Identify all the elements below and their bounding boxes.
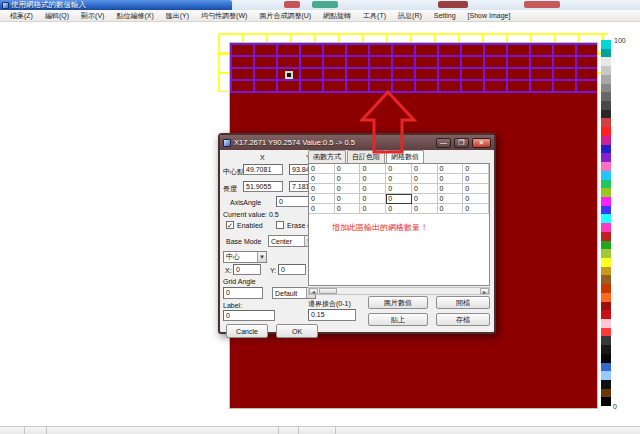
y-offset-field[interactable]: 0 [278,264,306,275]
table-cell[interactable]: 0 [335,194,361,204]
status-bar [0,426,640,434]
color-scale-segment [601,284,611,293]
save-file-button[interactable]: 存檔 [436,313,490,326]
table-cell[interactable]: 0 [360,194,386,204]
window-titlebar[interactable]: 使用網格式的數值輸入 [0,0,232,10]
label-field[interactable]: 0 [223,310,275,321]
menu-item-5[interactable]: 均勻性調整(W) [195,10,253,22]
menu-item-4[interactable]: 匯出(Y) [160,10,195,22]
close-button[interactable]: ✕ [472,138,491,148]
center-x-field[interactable]: 49.7081 [243,164,283,175]
table-row: 0000000 [309,194,489,204]
menu-item-7[interactable]: 網點旋轉 [317,10,357,22]
table-cell[interactable]: 0 [360,164,386,174]
length-x-field[interactable]: 51.9055 [243,181,283,192]
x-offset-field[interactable]: 0 [233,264,261,275]
table-cell[interactable]: 0 [438,204,464,214]
menu-item-11[interactable]: [Show Image] [462,10,517,22]
maximize-button[interactable]: ❐ [454,138,469,148]
scrollbar-thumb[interactable] [319,288,337,294]
table-cell[interactable]: 0 [309,184,335,194]
color-scale-segment [601,145,611,154]
menu-item-0[interactable]: 檔案(Z) [4,10,39,22]
menu-item-9[interactable]: 訊息(R) [392,10,428,22]
app-icon [2,2,9,9]
scrollbar-track[interactable] [337,288,480,294]
table-cell[interactable]: 0 [463,194,489,204]
enabled-checkbox-box[interactable]: ✓ [226,221,234,229]
boundary-field[interactable]: 0.15 [308,309,356,321]
table-cell[interactable]: 0 [360,204,386,214]
table-cell[interactable]: 0 [309,164,335,174]
scale-max-label: 100 [614,37,626,44]
cancel-button[interactable]: Cancle [226,324,268,338]
table-cell[interactable]: 0 [412,174,438,184]
color-scale-segment [601,206,611,215]
paste-button[interactable]: 貼上 [368,313,428,326]
table-cell[interactable]: 0 [309,174,335,184]
table-cell[interactable]: 0 [412,164,438,174]
table-cell[interactable]: 0 [335,164,361,174]
grid-cursor-marker[interactable] [285,71,293,79]
horizontal-scrollbar[interactable]: ◄ ► [308,287,490,295]
x-offset-label: X: [225,267,232,274]
scroll-left-icon[interactable]: ◄ [309,288,318,294]
table-cell[interactable]: 0 [463,174,489,184]
table-cell[interactable]: 0 [463,204,489,214]
menu-item-8[interactable]: 工具(T) [357,10,392,22]
table-cell[interactable]: 0 [386,194,412,204]
table-cell[interactable]: 0 [438,194,464,204]
color-scale-segment [601,371,611,380]
table-cell[interactable]: 0 [360,174,386,184]
table-cell[interactable]: 0 [438,184,464,194]
color-scale-segment [601,380,611,389]
color-scale-segment [601,336,611,345]
color-scale-segment [601,118,611,127]
tab-0[interactable]: 函數方式 [308,150,346,163]
menu-bar: 檔案(Z)編輯(Q)顯示(V)點位編修(X)匯出(Y)均勻性調整(W)圖片合成調… [0,10,640,22]
table-cell[interactable]: 0 [412,204,438,214]
image-values-button[interactable]: 圖片數值 [368,296,428,309]
table-cell[interactable]: 0 [463,164,489,174]
open-file-button[interactable]: 開檔 [436,296,490,309]
table-cell[interactable]: 0 [463,184,489,194]
table-cell[interactable]: 0 [360,184,386,194]
grid-angle-field[interactable]: 0 [223,287,263,299]
annotation-note: 增加此區輸出的網格數量！ [332,222,428,233]
table-cell[interactable]: 0 [438,164,464,174]
y-offset-label: Y: [270,267,276,274]
axis-angle-field[interactable]: 0 [276,196,310,207]
ok-button[interactable]: OK [276,324,318,338]
menu-item-2[interactable]: 顯示(V) [75,10,110,22]
erase-dots-checkbox-box[interactable] [276,221,284,229]
menu-item-10[interactable]: Setting [428,10,462,22]
purple-grid-overlay [230,43,597,93]
grid-angle-label: Grid Angle [223,278,256,285]
table-cell[interactable]: 0 [335,184,361,194]
color-scale [601,40,611,406]
menu-item-1[interactable]: 編輯(Q) [39,10,75,22]
menu-item-6[interactable]: 圖片合成調整(U) [253,10,317,22]
dialog-titlebar[interactable]: X17.2671 Y90.2574 Value:0.5 -> 0.5 — ❐ ✕ [220,135,494,150]
color-scale-segment [601,328,611,337]
color-scale-segment [601,162,611,171]
table-cell[interactable]: 0 [335,174,361,184]
color-scale-segment [601,136,611,145]
table-cell[interactable]: 0 [386,184,412,194]
table-cell[interactable]: 0 [386,204,412,214]
table-cell[interactable]: 0 [412,184,438,194]
table-cell[interactable]: 0 [335,204,361,214]
enabled-checkbox[interactable]: ✓ Enabled [226,221,263,229]
color-scale-segment [601,293,611,302]
chevron-down-icon[interactable]: ▼ [257,252,266,262]
table-cell[interactable]: 0 [386,174,412,184]
table-cell[interactable]: 0 [309,194,335,204]
table-cell[interactable]: 0 [386,164,412,174]
table-cell[interactable]: 0 [309,204,335,214]
anchor-select[interactable]: 中心 ▼ [223,251,267,263]
scroll-right-icon[interactable]: ► [480,288,489,294]
table-cell[interactable]: 0 [412,194,438,204]
menu-item-3[interactable]: 點位編修(X) [110,10,159,22]
minimize-button[interactable]: — [436,138,451,148]
table-cell[interactable]: 0 [438,174,464,184]
